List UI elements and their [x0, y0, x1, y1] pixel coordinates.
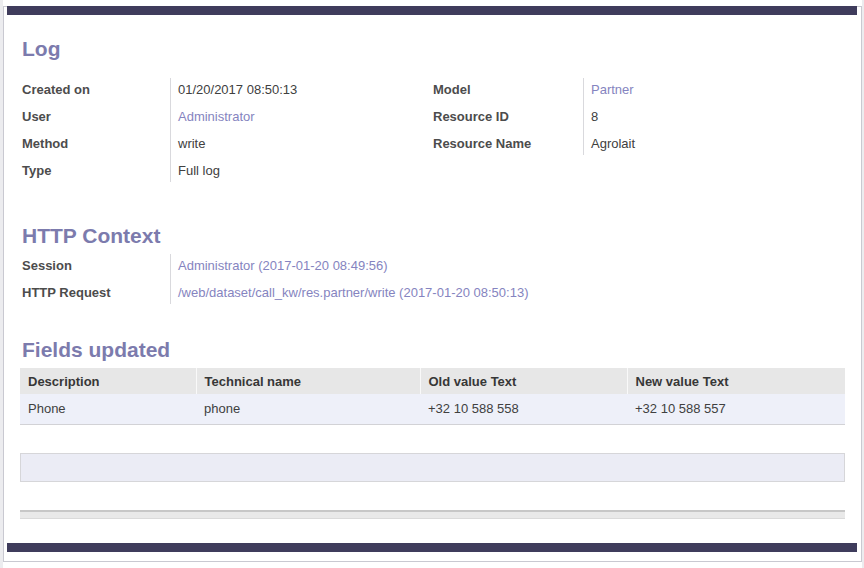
field-row-session: Session Administrator (2017-01-20 08:49:…: [22, 252, 722, 279]
field-row-method: Method write: [22, 130, 428, 157]
http-request-link[interactable]: /web/dataset/call_kw/res.partner/write (…: [178, 285, 528, 300]
column-header-technical-name: Technical name: [196, 368, 420, 394]
field-label: Method: [22, 136, 178, 151]
type-value: Full log: [178, 163, 220, 178]
table-header-row: Description Technical name Old value Tex…: [20, 368, 845, 394]
page-title: Log: [22, 37, 60, 61]
fields-updated-title: Fields updated: [22, 338, 170, 362]
user-link[interactable]: Administrator: [178, 109, 255, 124]
field-row-type: Type Full log: [22, 157, 428, 184]
resource-id-value: 8: [591, 109, 598, 124]
label-value-divider: [583, 78, 584, 155]
section-divider-bar: [20, 510, 845, 519]
field-row-created-on: Created on 01/20/2017 08:50:13: [22, 76, 428, 103]
field-label: Session: [22, 258, 178, 273]
field-label: User: [22, 109, 178, 124]
bottom-purple-bar: [7, 543, 857, 552]
column-header-old-value: Old value Text: [420, 368, 627, 394]
cell-description: Phone: [20, 394, 196, 424]
cell-old-value: +32 10 588 558: [420, 394, 627, 424]
column-header-new-value: New value Text: [627, 368, 845, 394]
fields-updated-table: Description Technical name Old value Tex…: [20, 368, 845, 425]
created-on-value: 01/20/2017 08:50:13: [178, 82, 297, 97]
field-label: HTTP Request: [22, 285, 178, 300]
log-fields-left: Created on 01/20/2017 08:50:13 User Admi…: [22, 76, 428, 184]
log-fields-right: Model Partner Resource ID 8 Resource Nam…: [433, 76, 845, 157]
field-row-resource-name: Resource Name Agrolait: [433, 130, 845, 157]
field-row-resource-id: Resource ID 8: [433, 103, 845, 130]
column-header-description: Description: [20, 368, 196, 394]
cell-new-value: +32 10 588 557: [627, 394, 845, 424]
resource-name-value: Agrolait: [591, 136, 635, 151]
field-row-model: Model Partner: [433, 76, 845, 103]
field-label: Resource ID: [433, 109, 591, 124]
label-value-divider: [170, 254, 171, 304]
field-label: Created on: [22, 82, 178, 97]
session-link[interactable]: Administrator (2017-01-20 08:49:56): [178, 258, 388, 273]
cell-technical-name: phone: [196, 394, 420, 424]
field-row-user: User Administrator: [22, 103, 428, 130]
http-context-fields: Session Administrator (2017-01-20 08:49:…: [22, 252, 722, 306]
top-purple-bar: [7, 6, 857, 15]
field-label: Model: [433, 82, 591, 97]
model-link[interactable]: Partner: [591, 82, 634, 97]
field-row-http-request: HTTP Request /web/dataset/call_kw/res.pa…: [22, 279, 722, 306]
label-value-divider: [170, 78, 171, 182]
table-row[interactable]: Phone phone +32 10 588 558 +32 10 588 55…: [20, 394, 845, 424]
method-value: write: [178, 136, 205, 151]
http-context-title: HTTP Context: [22, 224, 160, 248]
field-label: Resource Name: [433, 136, 591, 151]
field-label: Type: [22, 163, 178, 178]
empty-footer-band: [20, 453, 845, 482]
log-detail-page: Log Created on 01/20/2017 08:50:13 User …: [0, 0, 864, 568]
